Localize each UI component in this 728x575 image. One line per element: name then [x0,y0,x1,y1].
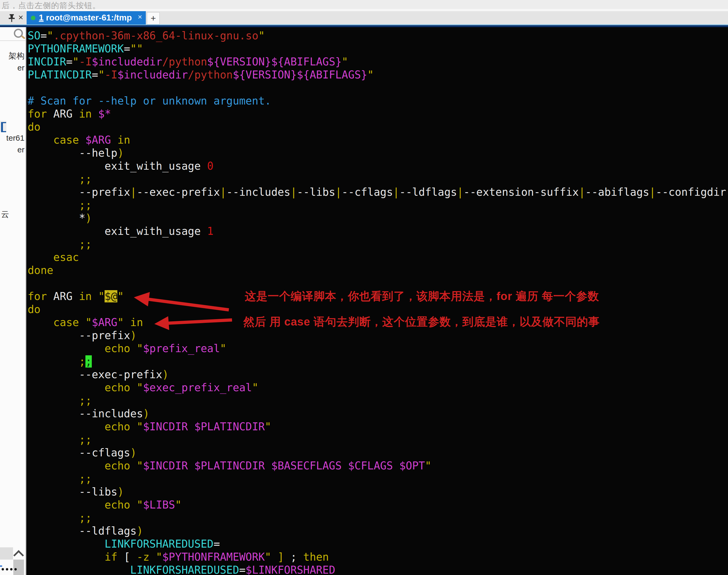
sidebar-scrollbar[interactable] [13,560,24,575]
tab-index: 1 [39,13,44,22]
annotation-text-2: 然后 用 case 语句去判断，这个位置参数，到底是谁，以及做不同的事 [243,314,599,329]
new-tab-button[interactable]: + [147,12,160,25]
code-line: ;; [28,238,728,251]
code-line: echo "$INCDIR $PLATINCDIR" [28,420,728,433]
code-line: do [28,121,728,134]
code-line: --prefix) [28,329,728,342]
code-line: ;; [28,433,728,446]
code-line: if [ -z "$PYTHONFRAMEWORK" ] ; then [28,550,728,564]
tab-title-text: root@master-61:/tmp [44,13,132,22]
sidebar-item-fragment[interactable]: 云 [1,209,9,220]
code-line: for ARG in $* [28,107,728,121]
code-line: --includes) [28,407,728,420]
code-line: echo "$LIBS" [28,498,728,511]
code-line: ;; [28,173,728,185]
code-line: done [28,264,728,277]
tab-terminal-session[interactable]: 1 root@master-61:/tmp × [27,11,146,25]
code-line [28,277,728,290]
code-line: --exec-prefix) [28,368,728,381]
search-icon[interactable] [14,29,23,38]
code-line: SO=".cpython-36m-x86_64-linux-gnu.so" [28,29,728,42]
code-line: ;; [28,511,728,525]
code-line: --ldflags) [28,525,728,538]
status-dot-icon [31,16,35,20]
code-line: PYTHONFRAMEWORK="" [28,42,728,55]
tab-bar: × 1 root@master-61:/tmp × + [0,11,728,25]
code-line: echo "$prefix_real" [28,342,728,355]
sidebar-divider [0,40,26,41]
code-line: esac [28,251,728,264]
sidebar-item-fragment[interactable]: ter61 [6,134,25,142]
code-line: PLATINCDIR="-I$includedir/python${VERSIO… [28,68,728,81]
scroll-up-icon[interactable] [13,550,24,561]
code-line: --libs) [28,485,728,498]
code-line: echo "$exec_prefix_real" [28,381,728,394]
code-line: ;; [28,199,728,212]
code-line [28,81,728,94]
code-line: case $ARG in [28,134,728,146]
code-line: LINKFORSHAREDUSED= [28,538,728,550]
topbar-divider [0,9,728,11]
ellipsis-dots-icon [2,568,17,571]
code-line: --prefix|--exec-prefix|--includes|--libs… [28,185,728,199]
code-line: exit_with_usage 0 [28,160,728,173]
sidebar-item-fragment[interactable]: er [17,63,25,72]
code-line: ;; [28,355,728,368]
code-line: do [28,303,728,316]
code-line: *) [28,212,728,225]
annotation-text-1: 这是一个编译脚本，你也看到了，该脚本用法是，for 遍历 每一个参数 [245,289,599,304]
pin-icon[interactable] [7,13,16,23]
code-line: exit_with_usage 1 [28,225,728,238]
close-panel-icon[interactable]: × [16,12,26,22]
code-line: --help) [28,146,728,160]
terminal-top-border [0,25,728,27]
sidebar-item-fragment[interactable]: 架构 [8,50,25,61]
server-icon[interactable] [0,121,6,131]
code-line: echo "$INCDIR $PLATINCDIR $BASECFLAGS $C… [28,459,728,472]
sidebar-panel-corner [0,547,13,560]
tab-title: 1 root@master-61:/tmp [39,13,132,23]
code-line: ;; [28,472,728,485]
selection-marker [0,566,2,567]
code-line: ;; [28,394,728,407]
sidebar-item-fragment[interactable]: er [17,145,25,154]
top-instruction-bar: 后，点击左侧的箭头按钮。 [0,0,728,9]
code-line: INCDIR="-I$includedir/python${VERSION}${… [28,55,728,68]
tab-close-icon[interactable]: × [138,13,142,21]
left-sidebar: 架构 er ter61 er 云 [0,27,26,575]
code-line: # Scan for --help or unknown argument. [28,94,728,107]
code-line: LINKFORSHAREDUSED=$LINKFORSHARED [28,564,728,575]
code-line: --cflags) [28,446,728,459]
